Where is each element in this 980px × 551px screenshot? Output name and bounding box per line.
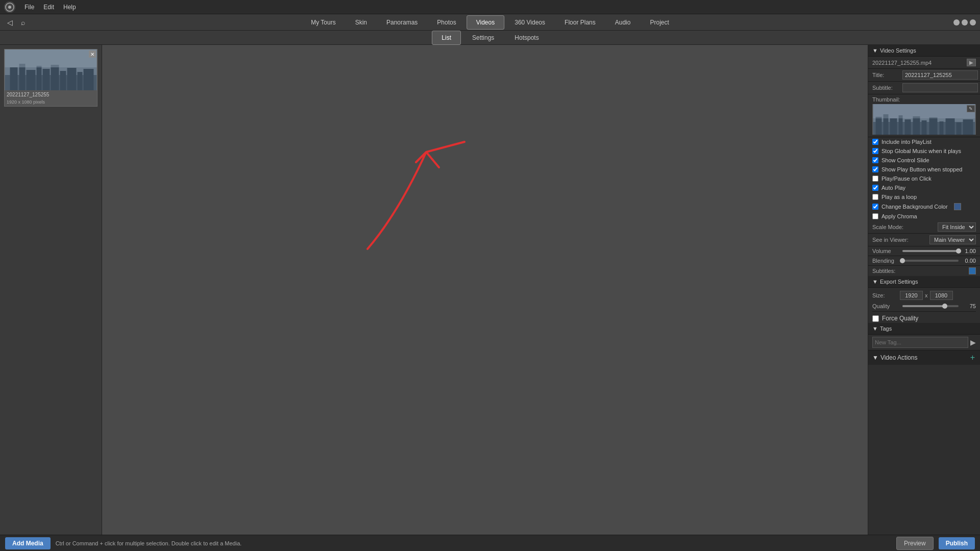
- force-quality-checkbox[interactable]: [872, 315, 879, 322]
- video-settings-header[interactable]: ▼ Video Settings: [868, 45, 980, 57]
- volume-fill: [902, 250, 959, 252]
- toolbar: ◁ ⌕: [0, 14, 32, 30]
- checkbox-play-as-loop: Play as a loop: [868, 192, 980, 202]
- thumbnail-image: ✎: [872, 104, 976, 135]
- export-settings-header[interactable]: ▼ Export Settings: [868, 276, 980, 288]
- bg-color-swatch[interactable]: [954, 203, 961, 210]
- see-in-viewer-label: See in Viewer:: [872, 237, 909, 243]
- quality-track[interactable]: [902, 305, 959, 307]
- svg-rect-6: [19, 64, 26, 90]
- preview-button[interactable]: Preview: [896, 537, 934, 550]
- nav-videos[interactable]: Videos: [467, 15, 504, 30]
- export-height-input[interactable]: [930, 291, 953, 300]
- checkbox-stop-global-music: Stop Global Music when it plays: [868, 146, 980, 156]
- checkbox-include-playlist: Include into PlayList: [868, 137, 980, 146]
- volume-track[interactable]: [902, 250, 959, 252]
- app-logo: [4, 2, 15, 13]
- quality-fill: [902, 305, 945, 307]
- svg-rect-24: [922, 120, 927, 135]
- nav-my-tours[interactable]: My Tours: [302, 16, 345, 29]
- subtitle-field-row: Subtitle:: [868, 82, 980, 94]
- scale-mode-select[interactable]: Fit Inside: [938, 222, 976, 232]
- video-actions-header: ▼ Video Actions +: [868, 350, 980, 365]
- nav-skin[interactable]: Skin: [346, 16, 376, 29]
- video-filename: 20221127_125255.mp4: [872, 60, 932, 66]
- subtitle-input[interactable]: [902, 83, 978, 92]
- svg-rect-25: [929, 117, 938, 135]
- tags-section: ▶: [868, 335, 980, 350]
- menu-edit[interactable]: Edit: [39, 3, 58, 12]
- export-width-input[interactable]: [900, 291, 923, 300]
- see-in-viewer-row: See in Viewer: Main Viewer: [868, 234, 980, 246]
- show-control-slide-checkbox[interactable]: [872, 157, 878, 163]
- quality-thumb[interactable]: [942, 304, 947, 309]
- add-media-button[interactable]: Add Media: [5, 537, 51, 549]
- svg-rect-27: [946, 118, 955, 135]
- tab-hotspots[interactable]: Hotspots: [505, 31, 548, 44]
- force-quality-label: Force Quality: [882, 315, 918, 322]
- left-panel: ✕: [0, 45, 102, 535]
- subtitles-swatch[interactable]: [969, 267, 976, 274]
- svg-rect-14: [84, 69, 94, 90]
- quality-value: 75: [961, 303, 976, 309]
- tags-header[interactable]: ▼ Tags: [868, 323, 980, 335]
- thumbnail-label: Thumbnail:: [872, 96, 976, 103]
- svg-rect-11: [60, 71, 66, 90]
- nav-floorplans[interactable]: Floor Plans: [555, 16, 605, 29]
- svg-rect-13: [78, 72, 83, 90]
- tag-add-button[interactable]: ▶: [970, 338, 976, 346]
- svg-rect-15: [5, 49, 97, 67]
- svg-rect-5: [10, 67, 18, 90]
- play-pause-checkbox[interactable]: [872, 176, 878, 182]
- tab-settings[interactable]: Settings: [463, 31, 503, 44]
- close-button[interactable]: [970, 19, 976, 26]
- subtitles-row: Subtitles:: [868, 266, 980, 276]
- thumbnail-edit-button[interactable]: ✎: [967, 105, 975, 112]
- include-playlist-checkbox[interactable]: [872, 139, 878, 145]
- blending-row: Blending 0.00: [868, 256, 980, 266]
- blending-label: Blending: [872, 258, 900, 264]
- publish-button[interactable]: Publish: [939, 537, 975, 549]
- nav-project[interactable]: Project: [641, 16, 678, 29]
- title-input[interactable]: [902, 70, 978, 80]
- change-bg-color-checkbox[interactable]: [872, 204, 878, 210]
- maximize-button[interactable]: [962, 19, 968, 26]
- tag-input[interactable]: [872, 337, 968, 348]
- video-file-button[interactable]: ▶: [967, 59, 976, 66]
- auto-play-checkbox[interactable]: [872, 185, 878, 191]
- media-close-button[interactable]: ✕: [89, 51, 96, 58]
- thumbnail-area: Thumbnail:: [868, 94, 980, 137]
- volume-value: 1.00: [961, 248, 976, 254]
- nav-panoramas[interactable]: Panoramas: [377, 16, 427, 29]
- title-label: Title:: [872, 72, 900, 78]
- video-actions-add-button[interactable]: +: [969, 353, 976, 362]
- checkbox-change-bg-color: Change Background Color: [868, 202, 980, 212]
- export-size-row: Size: x: [872, 290, 976, 301]
- menu-bar: File Edit Help: [0, 0, 980, 14]
- back-button[interactable]: ◁: [4, 17, 16, 28]
- nav-audio[interactable]: Audio: [606, 16, 640, 29]
- list-item[interactable]: ✕: [4, 49, 97, 107]
- tags-arrow: ▼: [872, 325, 878, 332]
- svg-rect-26: [940, 121, 944, 135]
- tags-title: Tags: [880, 325, 892, 332]
- minimize-button[interactable]: [953, 19, 960, 26]
- apply-chroma-checkbox[interactable]: [872, 213, 878, 219]
- volume-thumb[interactable]: [956, 248, 961, 254]
- blending-track[interactable]: [902, 260, 959, 262]
- menu-file[interactable]: File: [20, 3, 38, 12]
- see-in-viewer-select[interactable]: Main Viewer: [929, 235, 976, 244]
- nav-photos[interactable]: Photos: [428, 16, 465, 29]
- search-button[interactable]: ⌕: [18, 17, 28, 28]
- video-file-row: 20221127_125255.mp4 ▶: [868, 57, 980, 69]
- play-loop-checkbox[interactable]: [872, 194, 878, 200]
- svg-rect-30: [873, 104, 975, 118]
- show-play-button-checkbox[interactable]: [872, 166, 878, 172]
- checkbox-play-pause-on-click: Play/Pause on Click: [868, 174, 980, 183]
- nav-360videos[interactable]: 360 Videos: [505, 16, 554, 29]
- stop-global-music-checkbox[interactable]: [872, 148, 878, 154]
- menu-help[interactable]: Help: [59, 3, 80, 12]
- export-settings-arrow: ▼: [872, 279, 878, 285]
- blending-thumb[interactable]: [900, 258, 905, 263]
- tab-list[interactable]: List: [432, 31, 461, 45]
